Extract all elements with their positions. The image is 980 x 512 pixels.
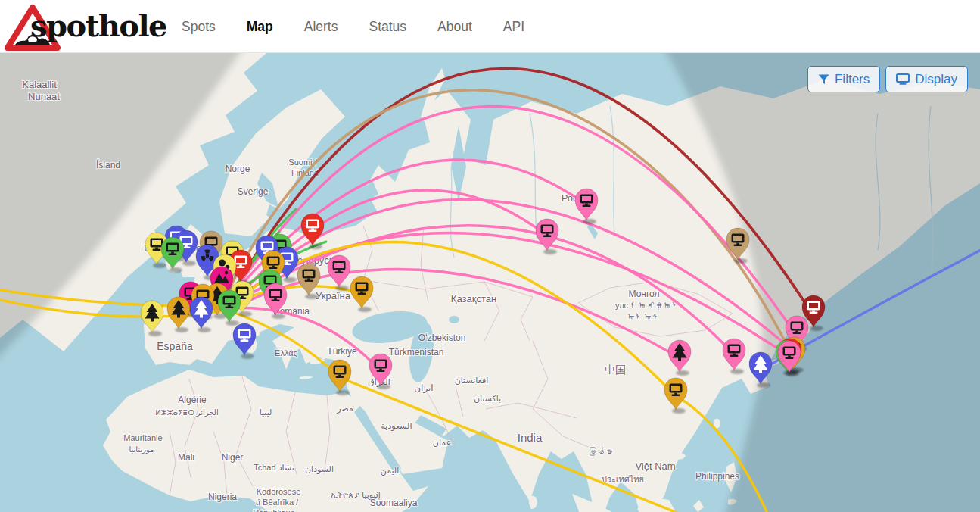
map-label: Қазақстан [451, 293, 496, 304]
map-label: ᠤᠯᠤᠰ [627, 312, 661, 321]
map-label: Niger [222, 452, 244, 463]
map-label: Philippines [695, 471, 739, 482]
display-button[interactable]: Display [885, 66, 968, 92]
nav-item-alerts[interactable]: Alerts [304, 19, 338, 35]
map-label: Soomaaliya [370, 498, 418, 508]
map-label: اليمن [381, 466, 399, 476]
map-label: Mauritanie [123, 433, 162, 442]
map-label: Oʻzbekiston [418, 332, 466, 343]
nav-item-about[interactable]: About [437, 19, 472, 35]
map-label: ليبيا [260, 407, 272, 417]
display-icon [896, 73, 910, 85]
map-canvas[interactable]: KalaallitNunaatÍslandNorgeSuomi /Finland… [0, 53, 980, 512]
map-label: ประเทศไทย [602, 475, 644, 484]
map-label: République [253, 508, 295, 512]
main-nav: SpotsMapAlertsStatusAboutAPI [182, 0, 524, 53]
map-label: ⵍⵣⵣⴰⵢⴻⵔ الجزائر [155, 408, 218, 417]
map-label: tî Bêafrîka / [256, 498, 299, 507]
filters-button-label: Filters [835, 72, 870, 87]
map-label: 中国 [605, 364, 626, 376]
map-label: موريتانيا [129, 445, 154, 454]
map-label: مصر [336, 404, 353, 414]
nav-item-status[interactable]: Status [369, 19, 406, 35]
map-label: Nunaat [28, 91, 60, 102]
map-label: Algérie [178, 395, 207, 405]
map-label: Türkmenistan [389, 347, 444, 357]
map-label: Nigeria [208, 492, 237, 502]
logo-text: spothole [30, 8, 166, 43]
map-label: باكستان [474, 394, 501, 403]
display-button-label: Display [915, 72, 957, 87]
map-label: Монгол [629, 289, 660, 299]
map-label: Tchad تشاد [254, 463, 294, 472]
map-controls: FiltersDisplay [807, 66, 968, 92]
filter-icon [818, 74, 829, 85]
map-label: افغانستان [455, 376, 489, 385]
map-label: улс ᠮᠣᠩᠭᠣᠯ [615, 301, 680, 310]
map-label: Việt Nam [635, 460, 675, 472]
filters-button[interactable]: Filters [807, 66, 880, 92]
map-label: Türkiye [327, 346, 357, 357]
map-label: España [157, 340, 193, 352]
map-label: ايران [414, 382, 433, 394]
map-label: السودان [305, 464, 334, 474]
nav-item-map[interactable]: Map [247, 19, 273, 35]
map-label: Україна [316, 290, 351, 301]
world-map: KalaallitNunaatÍslandNorgeSuomi /Finland… [0, 53, 980, 512]
map-label: Norge [226, 164, 250, 174]
logo[interactable]: spothole [3, 2, 177, 52]
nav-item-api[interactable]: API [503, 19, 524, 35]
app-header: spothole SpotsMapAlertsStatusAboutAPI [0, 0, 980, 53]
map-label: Ködörösêse [257, 487, 301, 496]
map-label: Ελλάς [275, 348, 297, 357]
map-label: မြန်မာ [588, 447, 613, 456]
map-label: Ísland [96, 159, 120, 170]
map-label: السعودية [381, 421, 412, 431]
nav-item-spots[interactable]: Spots [182, 19, 216, 35]
map-label: عمان [433, 438, 451, 447]
map-label: Mali [178, 452, 194, 463]
map-label: India [518, 431, 543, 444]
map-label: Kalaallit [22, 79, 57, 90]
map-label: Sverige [238, 186, 269, 197]
